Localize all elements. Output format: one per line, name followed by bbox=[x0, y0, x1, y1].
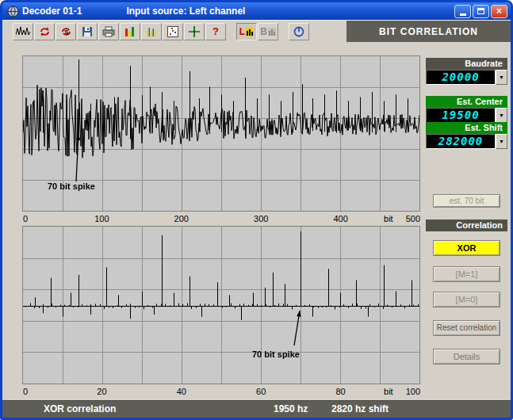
printer-icon bbox=[102, 26, 115, 37]
spectrum-bars-button[interactable] bbox=[120, 23, 140, 40]
reset-correlation-button[interactable]: Reset correlation bbox=[433, 320, 500, 336]
marker-line-icon bbox=[189, 26, 200, 37]
bit-correlation-title: BIT CORRELATION bbox=[379, 26, 478, 37]
baudrate-header: Baudrate bbox=[426, 58, 507, 70]
est-shift-control: 282000 ▼ bbox=[426, 134, 507, 149]
x-tick: 20 bbox=[97, 387, 106, 396]
correlation-chart-canvas bbox=[23, 227, 419, 384]
waveform-icon bbox=[16, 26, 30, 37]
both-bars-icon bbox=[268, 28, 276, 36]
baudrate-value: 20000 bbox=[426, 70, 496, 85]
control-panel: Baudrate 20000 ▼ Est. Center 19500 ▼ Est… bbox=[426, 42, 507, 400]
main-content: 0 100 200 300 400 bit 500 70 bit spike 0… bbox=[2, 42, 511, 400]
maximize-icon bbox=[477, 8, 484, 14]
baudrate-control: 20000 ▼ bbox=[426, 70, 507, 85]
fine-bars-button[interactable] bbox=[141, 23, 162, 40]
scatter-view-button[interactable] bbox=[163, 23, 183, 40]
thin-bars-icon bbox=[146, 26, 157, 37]
x-tick: 300 bbox=[254, 214, 268, 223]
x-tick: 500 bbox=[406, 214, 420, 223]
baudrate-dropdown[interactable]: ▼ bbox=[496, 70, 507, 85]
both-channels-button[interactable]: B bbox=[258, 23, 278, 40]
maximize-button[interactable] bbox=[473, 5, 489, 18]
app-icon bbox=[7, 6, 19, 17]
correlation-header: Correlation bbox=[426, 220, 507, 231]
close-button[interactable]: × bbox=[491, 5, 507, 18]
chevron-down-icon: ▼ bbox=[499, 139, 504, 144]
help-icon: ? bbox=[212, 25, 219, 37]
est-shift-value: 282000 bbox=[426, 134, 496, 149]
est-center-value: 19500 bbox=[426, 108, 496, 123]
save-icon bbox=[82, 26, 93, 37]
xor-button[interactable]: XOR bbox=[433, 240, 500, 256]
minimize-button[interactable] bbox=[454, 5, 471, 18]
x-tick: 60 bbox=[256, 387, 266, 396]
window-subtitle: Input source: Left channel bbox=[126, 6, 245, 17]
est-center-control: 19500 ▼ bbox=[426, 108, 507, 123]
svg-text:S: S bbox=[64, 28, 68, 35]
refresh-settings-button[interactable]: S bbox=[56, 23, 76, 40]
est-shift-dropdown[interactable]: ▼ bbox=[496, 134, 507, 149]
est-70-bit-button[interactable]: est. 70 bit bbox=[433, 194, 500, 208]
chevron-down-icon: ▼ bbox=[499, 74, 504, 80]
power-button[interactable] bbox=[289, 23, 309, 40]
power-icon bbox=[293, 26, 304, 37]
correlation-chart bbox=[22, 226, 420, 384]
est-shift-header: Est. Shift bbox=[426, 122, 507, 134]
titlebar: Decoder 01-1 Input source: Left channel … bbox=[2, 2, 511, 20]
colored-bars-icon bbox=[124, 26, 136, 37]
close-icon: × bbox=[496, 6, 502, 16]
x-axis-unit: bit bbox=[384, 387, 393, 396]
left-channel-button[interactable]: L bbox=[236, 23, 257, 40]
status-frequency: 1950 hz bbox=[274, 403, 308, 414]
status-mode: XOR correlation bbox=[44, 403, 116, 414]
status-shift: 2820 hz shift bbox=[331, 403, 389, 414]
chevron-down-icon: ▼ bbox=[499, 113, 504, 118]
m0-button[interactable]: [M=0] bbox=[433, 292, 500, 307]
x-tick: 80 bbox=[335, 387, 345, 396]
correlation-chart-x-axis: 0 20 40 60 80 bit 100 bbox=[22, 387, 420, 397]
refresh-button[interactable] bbox=[34, 23, 55, 40]
x-tick: 400 bbox=[333, 214, 347, 223]
status-bar: XOR correlation 1950 hz 2820 hz shift bbox=[2, 400, 511, 418]
bit-correlation-header: BIT CORRELATION bbox=[346, 21, 511, 43]
x-tick: 0 bbox=[23, 214, 28, 223]
x-axis-unit: bit bbox=[384, 214, 393, 223]
signal-chart-x-axis: 0 100 200 300 400 bit 500 bbox=[22, 214, 420, 224]
minimize-icon bbox=[460, 13, 466, 16]
window-title: Decoder 01-1 bbox=[22, 6, 82, 17]
spike-annotation-top: 70 bit spike bbox=[48, 181, 95, 191]
window-controls: × bbox=[453, 5, 507, 18]
details-button[interactable]: Details bbox=[433, 349, 500, 365]
refresh-icon bbox=[39, 26, 51, 37]
signal-view-button[interactable] bbox=[13, 23, 33, 40]
toolbar: S ? L B bbox=[2, 20, 511, 42]
scatter-chart-icon bbox=[167, 26, 178, 37]
x-tick: 40 bbox=[177, 387, 186, 396]
left-bars-icon bbox=[246, 28, 254, 36]
both-channels-icon: B bbox=[260, 26, 267, 37]
est-center-dropdown[interactable]: ▼ bbox=[496, 108, 507, 123]
x-tick: 100 bbox=[94, 214, 109, 223]
marker-button[interactable] bbox=[184, 23, 205, 40]
save-button[interactable] bbox=[77, 23, 98, 40]
print-button[interactable] bbox=[98, 23, 119, 40]
help-button[interactable]: ? bbox=[205, 23, 226, 40]
left-channel-icon: L bbox=[239, 26, 245, 37]
refresh-s-icon: S bbox=[60, 26, 72, 37]
x-tick: 0 bbox=[23, 387, 28, 396]
app-window: Decoder 01-1 Input source: Left channel … bbox=[0, 0, 513, 420]
x-tick: 100 bbox=[406, 387, 420, 396]
x-tick: 200 bbox=[174, 214, 189, 223]
est-center-header: Est. Center bbox=[426, 96, 507, 108]
spike-annotation-bottom: 70 bit spike bbox=[252, 349, 300, 359]
m1-button[interactable]: [M=1] bbox=[433, 266, 500, 282]
